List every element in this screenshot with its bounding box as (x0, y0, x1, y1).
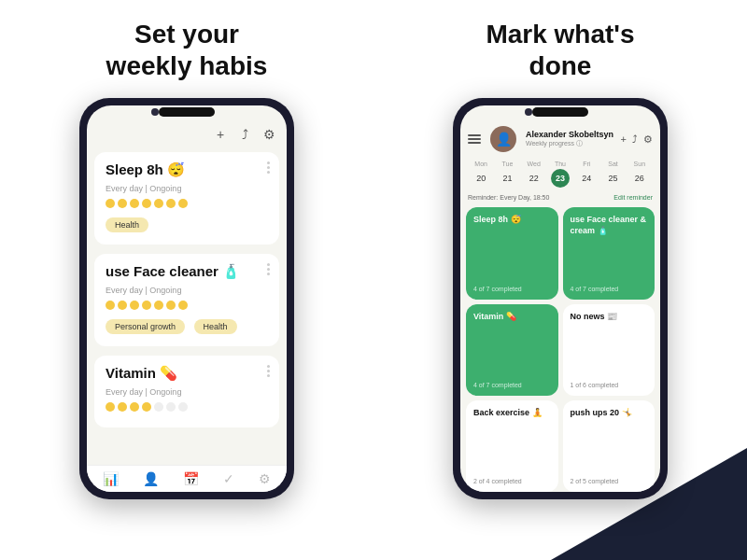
tile-title: Back exercise 🧘 (473, 408, 551, 419)
day-label: Wed (528, 161, 541, 167)
user-sub: Weekly progress ⓘ (526, 139, 615, 148)
dot (142, 402, 151, 412)
tile-no-news[interactable]: No news 📰 1 of 6 completed (563, 304, 655, 396)
day-sun[interactable]: Sun 26 (630, 161, 649, 188)
dot (178, 199, 188, 208)
habit-menu[interactable] (267, 263, 270, 275)
habit-tag: Health (106, 217, 148, 232)
day-num: 26 (630, 169, 649, 188)
habit-title: Vitamin 💊 (106, 365, 268, 382)
left-phone-frame: + ⤴ ⚙ Sleep 8h 😴 Every day | Ongoing (79, 98, 294, 499)
dot (118, 402, 127, 412)
bottom-nav: 📊 👤 📅 ✓ ⚙ (87, 465, 287, 492)
left-title: Set yourweekly habis (106, 19, 268, 81)
day-tue[interactable]: Tue 21 (498, 161, 516, 188)
habit-title: use Face cleaner 🧴 (106, 263, 268, 280)
right-phone-frame: 👤 Alexander Skobeltsyn Weekly progress ⓘ… (453, 98, 668, 499)
dot (130, 402, 139, 412)
habit-dots (106, 301, 268, 310)
day-label: Sun (634, 161, 645, 167)
dot (106, 402, 115, 412)
dot (154, 402, 163, 412)
nav-stats[interactable]: 📊 (103, 471, 119, 486)
dot (130, 301, 139, 310)
tile-title: No news 📰 (571, 312, 648, 323)
habit-schedule: Every day | Ongoing (106, 387, 268, 397)
day-sat[interactable]: Sat 25 (604, 161, 623, 188)
habit-dots (106, 402, 268, 412)
dot (142, 301, 151, 310)
day-thu[interactable]: Thu 23 (551, 161, 570, 188)
habit-card-vitamin: Vitamin 💊 Every day | Ongoing (94, 356, 279, 427)
day-wed[interactable]: Wed 22 (525, 161, 543, 188)
nav-calendar[interactable]: 📅 (183, 471, 199, 486)
tile-vitamin[interactable]: Vitamin 💊 4 of 7 completed (466, 304, 558, 396)
right-title: Mark what'sdone (486, 19, 634, 81)
share-icon[interactable]: ⤴ (236, 126, 253, 143)
tile-title: Vitamin 💊 (473, 312, 551, 323)
left-panel: Set yourweekly habis + ⤴ ⚙ Sleep 8h 😴 Ev (0, 0, 374, 560)
habit-menu[interactable] (267, 161, 270, 174)
tile-title: push ups 20 🤸 (571, 408, 648, 419)
habit-card-face: use Face cleaner 🧴 Every day | Ongoing P… (94, 254, 279, 346)
dot (166, 301, 176, 310)
tile-face-cleaner[interactable]: use Face cleaner &cream 🧴 4 of 7 complet… (563, 207, 655, 299)
habits-grid: Sleep 8h 😴 4 of 7 completed use Face cle… (460, 207, 660, 492)
tile-sub: 2 of 5 completed (571, 478, 648, 484)
week-days: Mon 20 Tue 21 Wed 22 Thu 23 (460, 157, 660, 191)
day-num: 24 (577, 169, 596, 188)
day-mon[interactable]: Mon 20 (472, 161, 490, 188)
hamburger-menu[interactable] (468, 134, 481, 144)
nav-settings[interactable]: ⚙ (259, 471, 271, 486)
habit-dots (106, 199, 268, 208)
user-avatar: 👤 (490, 126, 516, 152)
tile-title: use Face cleaner &cream 🧴 (571, 215, 648, 236)
dot (166, 199, 176, 208)
main-container: Set yourweekly habis + ⤴ ⚙ Sleep 8h 😴 Ev (0, 0, 747, 560)
tile-title: Sleep 8h 😴 (473, 215, 551, 226)
habit-schedule: Every day | Ongoing (106, 184, 268, 193)
nav-profile[interactable]: 👤 (143, 471, 159, 486)
habit-card-sleep: Sleep 8h 😴 Every day | Ongoing Health (94, 152, 279, 245)
settings-icon[interactable]: ⚙ (261, 126, 277, 143)
tile-sleep[interactable]: Sleep 8h 😴 4 of 7 completed (466, 207, 558, 299)
day-num: 20 (472, 169, 490, 188)
dot (154, 199, 163, 208)
dot (142, 199, 151, 208)
tile-pushups[interactable]: push ups 20 🤸 2 of 5 completed (563, 400, 655, 492)
share-icon[interactable]: ⤴ (632, 133, 638, 145)
tile-back-exercise[interactable]: Back exercise 🧘 2 of 4 completed (466, 400, 558, 492)
tile-sub: 2 of 4 completed (473, 478, 551, 484)
settings-icon[interactable]: ⚙ (643, 133, 653, 146)
user-name: Alexander Skobeltsyn (526, 130, 615, 139)
user-info: Alexander Skobeltsyn Weekly progress ⓘ (526, 130, 615, 148)
nav-check[interactable]: ✓ (223, 471, 234, 486)
habit-title: Sleep 8h 😴 (106, 161, 268, 178)
day-label: Fri (583, 161, 590, 167)
reminder-text: Reminder: Every Day, 18:50 (468, 194, 549, 201)
day-num: 25 (604, 169, 623, 188)
habit-tag: Personal growth (106, 319, 185, 334)
toolbar-actions: + ⤴ ⚙ (621, 133, 653, 146)
habit-tag: Health (194, 319, 237, 334)
tile-sub: 4 of 7 completed (571, 286, 648, 292)
day-label: Sat (608, 161, 618, 167)
habit-menu[interactable] (267, 365, 270, 377)
right-phone-screen: 👤 Alexander Skobeltsyn Weekly progress ⓘ… (460, 105, 660, 492)
tile-sub: 4 of 7 completed (473, 286, 551, 292)
day-label: Tue (502, 161, 514, 167)
dot (166, 402, 176, 412)
phone-notch (159, 107, 215, 117)
day-fri[interactable]: Fri 24 (577, 161, 596, 188)
add-icon[interactable]: + (621, 133, 627, 145)
phone-notch (532, 107, 588, 117)
day-num-today: 23 (551, 169, 570, 188)
dot (118, 199, 127, 208)
habit-schedule: Every day | Ongoing (106, 286, 268, 295)
dot (130, 199, 139, 208)
dot (178, 402, 188, 412)
day-label: Mon (474, 161, 487, 167)
add-icon[interactable]: + (212, 126, 229, 143)
day-num: 22 (525, 169, 543, 188)
edit-reminder-button[interactable]: Edit reminder (613, 194, 653, 201)
